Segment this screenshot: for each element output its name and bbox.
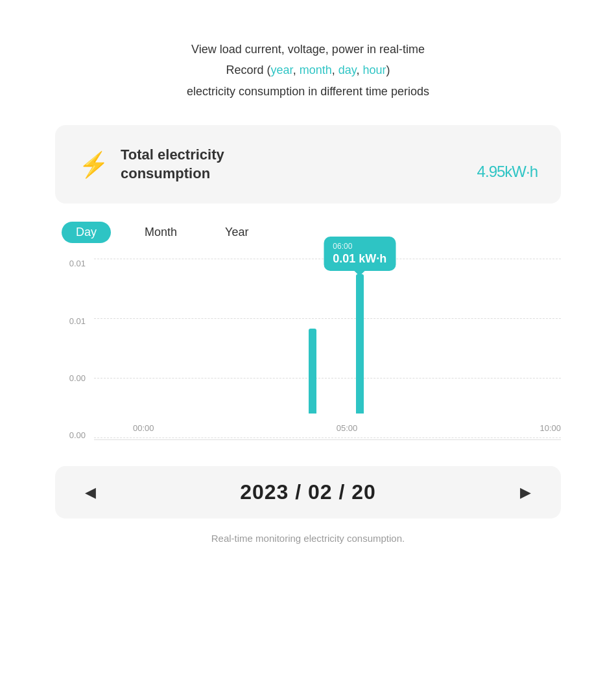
x-axis: 00:00 05:00 10:00 xyxy=(133,416,561,439)
tooltip-value: 0.01 kW·h xyxy=(333,252,386,266)
tab-day[interactable]: Day xyxy=(62,222,111,243)
link-day: day xyxy=(338,64,357,76)
chart-inner: 06:00 0.01 kW·h 00:00 05:00 10:00 xyxy=(94,259,561,440)
header-line2-prefix: Record ( xyxy=(226,64,271,76)
tab-year[interactable]: Year xyxy=(211,222,263,243)
footer-text: Real-time monitoring electricity consump… xyxy=(211,533,405,544)
header-line1: View load current, voltage, power in rea… xyxy=(187,39,429,60)
x-label-2: 10:00 xyxy=(539,423,561,433)
tooltip-time: 06:00 xyxy=(333,242,386,251)
bar-1 xyxy=(309,329,316,414)
date-display: 2023 / 02 / 20 xyxy=(240,480,376,504)
tab-month[interactable]: Month xyxy=(130,222,191,243)
card-left: ⚡ Total electricityconsumption xyxy=(78,146,224,183)
total-electricity-card: ⚡ Total electricityconsumption 4.95kW·h xyxy=(55,125,561,204)
y-label-2: 0.01 xyxy=(69,316,86,326)
prev-date-button[interactable]: ◀ xyxy=(78,482,102,504)
x-label-1: 05:00 xyxy=(337,423,358,433)
lightning-icon: ⚡ xyxy=(78,152,109,177)
bar-2[interactable] xyxy=(356,274,364,414)
card-label: Total electricityconsumption xyxy=(121,146,224,183)
chart-container: 0.01 0.01 0.00 0.00 06:00 0.01 kW·h xyxy=(55,259,561,466)
y-label-bottom: 0.00 xyxy=(69,430,86,440)
y-axis: 0.01 0.01 0.00 0.00 xyxy=(55,259,91,440)
next-date-button[interactable]: ▶ xyxy=(514,482,538,504)
card-value-number: 4.95 xyxy=(477,163,505,180)
header-section: View load current, voltage, power in rea… xyxy=(187,39,429,102)
card-value: 4.95kW·h xyxy=(477,143,538,185)
link-hour: hour xyxy=(362,64,386,76)
x-label-0: 00:00 xyxy=(133,423,154,433)
bars-area: 06:00 0.01 kW·h xyxy=(133,259,561,414)
link-month: month xyxy=(300,64,332,76)
date-nav: ◀ 2023 / 02 / 20 ▶ xyxy=(55,466,561,519)
link-year: year xyxy=(271,64,293,76)
tab-bar: Day Month Year xyxy=(55,222,561,243)
card-value-unit: kW·h xyxy=(504,163,538,180)
y-label-3: 0.00 xyxy=(69,373,86,383)
header-line3: electricity consumption in different tim… xyxy=(187,81,429,102)
chart-section: Day Month Year 0.01 0.01 0.00 0.00 xyxy=(55,222,561,466)
y-label-top: 0.01 xyxy=(69,259,86,268)
header-line2-suffix: ) xyxy=(386,64,390,76)
header-line2: Record (year, month, day, hour) xyxy=(187,60,429,80)
